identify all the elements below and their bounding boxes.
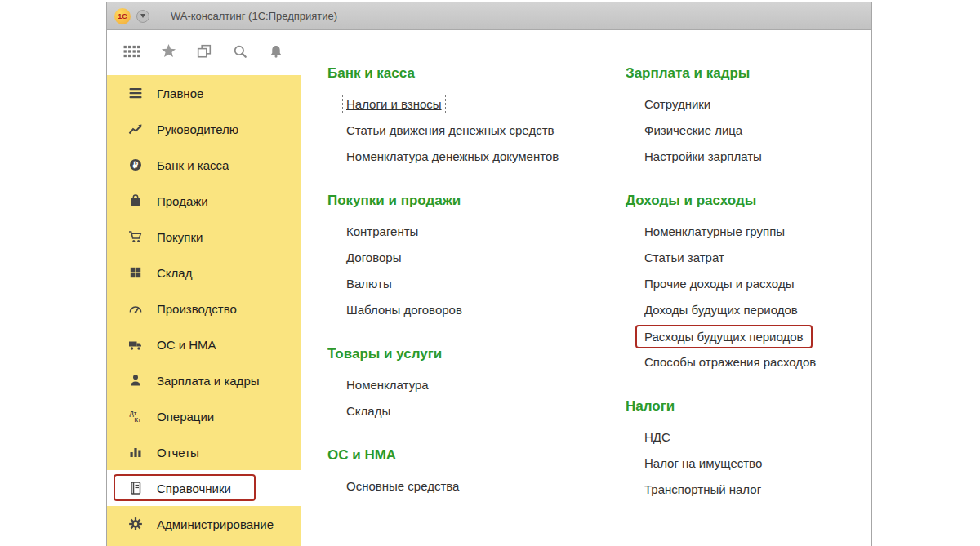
logo-text: 1С bbox=[118, 12, 127, 20]
service-menu-button[interactable] bbox=[120, 41, 145, 65]
section-nalogi: Налоги НДС Налог на имущество Транспортн… bbox=[626, 397, 871, 497]
quick-access-toolbar bbox=[107, 30, 301, 75]
function-link[interactable]: Доходы будущих периодов bbox=[644, 302, 798, 317]
sidebar: Главное Руководителю ₽ Банк и касса Прод… bbox=[107, 75, 301, 546]
copy-icon bbox=[197, 44, 212, 62]
app-body: Главное Руководителю ₽ Банк и касса Прод… bbox=[107, 30, 871, 546]
sidebar-item-pokupki[interactable]: Покупки bbox=[107, 219, 301, 255]
person-icon bbox=[128, 373, 143, 388]
sidebar-item-administrirovanie[interactable]: Администрирование bbox=[107, 506, 301, 542]
titlebar[interactable]: 1С WA-консалтинг (1С:Предприятие) bbox=[107, 2, 871, 30]
sidebar-item-zarplata-i-kadry[interactable]: Зарплата и кадры bbox=[107, 362, 301, 398]
section-title: Зарплата и кадры bbox=[626, 64, 871, 82]
sidebar-item-label: Администрирование bbox=[157, 517, 274, 531]
warehouse-icon bbox=[128, 265, 143, 280]
sidebar-item-bank-i-kassa[interactable]: ₽ Банк и касса bbox=[107, 147, 301, 183]
function-panel: Банк и касса Налоги и взносы Статьи движ… bbox=[301, 30, 871, 546]
function-panel-column-2: Зарплата и кадры Сотрудники Физические л… bbox=[626, 64, 871, 525]
function-link[interactable]: Налог на имущество bbox=[644, 455, 762, 471]
menu-icon bbox=[128, 86, 143, 100]
sidebar-item-spravochniki[interactable]: Справочники bbox=[107, 470, 301, 506]
function-link[interactable]: Номенклатурные группы bbox=[644, 224, 785, 239]
sidebar-item-label: ОС и НМА bbox=[157, 338, 216, 352]
gear-icon bbox=[128, 517, 143, 531]
truck-icon bbox=[128, 337, 143, 352]
section-title: Налоги bbox=[626, 397, 871, 415]
bell-icon bbox=[269, 44, 283, 62]
book-icon bbox=[128, 481, 143, 495]
function-link[interactable]: Статьи затрат bbox=[644, 250, 724, 265]
sidebar-item-glavnoe[interactable]: Главное bbox=[107, 75, 301, 111]
link-rashody-budushchih-periodov[interactable]: Расходы будущих периодов bbox=[635, 325, 813, 348]
chart-icon bbox=[128, 122, 143, 136]
function-link[interactable]: Контрагенты bbox=[346, 224, 418, 239]
svg-text:₽: ₽ bbox=[133, 161, 139, 170]
history-button[interactable] bbox=[192, 41, 216, 65]
chevron-down-icon bbox=[140, 14, 145, 18]
section-title: Банк и касса bbox=[327, 64, 626, 82]
svg-text:Кт: Кт bbox=[135, 416, 142, 424]
gauge-icon bbox=[128, 301, 143, 316]
function-link[interactable]: Транспортный налог bbox=[644, 482, 761, 497]
function-link[interactable]: Договоры bbox=[346, 250, 401, 265]
sidebar-item-prodazhi[interactable]: Продажи bbox=[107, 183, 301, 219]
function-link[interactable]: Настройки зарплаты bbox=[644, 149, 762, 164]
sidebar-item-label: Банк и касса bbox=[157, 158, 229, 172]
favorites-button[interactable] bbox=[156, 41, 180, 65]
sidebar-item-label: Склад bbox=[157, 266, 192, 280]
sidebar-item-label: Покупки bbox=[157, 230, 203, 244]
section-zarplata-i-kadry: Зарплата и кадры Сотрудники Физические л… bbox=[626, 64, 871, 164]
function-link[interactable]: Шаблоны договоров bbox=[346, 302, 462, 317]
function-link[interactable]: НДС bbox=[644, 429, 670, 445]
sidebar-item-label: Главное bbox=[157, 87, 203, 100]
sidebar-item-label: Отчеты bbox=[157, 446, 199, 459]
link-nalogi-i-vznosy[interactable]: Налоги и взносы bbox=[342, 95, 446, 113]
function-link[interactable]: Основные средства bbox=[346, 478, 459, 494]
search-icon bbox=[233, 44, 247, 62]
section-tovary-i-uslugi: Товары и услуги Номенклатура Склады bbox=[327, 345, 626, 419]
window-title: WA-консалтинг (1С:Предприятие) bbox=[171, 10, 337, 22]
function-link[interactable]: Номенклатура bbox=[346, 377, 429, 393]
function-link[interactable]: Способы отражения расходов bbox=[644, 354, 816, 370]
section-pokupki-i-prodazhi: Покупки и продажи Контрагенты Договоры В… bbox=[327, 192, 626, 317]
sidebar-item-label: Продажи bbox=[157, 194, 208, 208]
apps-grid-icon bbox=[123, 44, 141, 62]
cart-icon bbox=[128, 229, 143, 244]
function-link[interactable]: Физические лица bbox=[644, 122, 742, 138]
function-link[interactable]: Прочие доходы и расходы bbox=[644, 276, 794, 291]
function-link[interactable]: Валюты bbox=[346, 276, 392, 291]
section-os-i-nma: ОС и НМА Основные средства bbox=[327, 446, 626, 494]
sidebar-item-label: Производство bbox=[157, 302, 237, 316]
sidebar-item-os-i-nma[interactable]: ОС и НМА bbox=[107, 326, 301, 362]
section-title: Покупки и продажи bbox=[327, 192, 626, 209]
barchart-icon bbox=[128, 445, 143, 459]
sidebar-item-label: Операции bbox=[157, 410, 214, 424]
system-menu-button[interactable] bbox=[136, 10, 149, 23]
section-title: Доходы и расходы bbox=[626, 192, 871, 209]
function-link[interactable]: Сотрудники bbox=[644, 96, 710, 112]
sidebar-item-operacii[interactable]: ДтКт Операции bbox=[107, 398, 301, 434]
dtkt-icon: ДтКт bbox=[128, 409, 143, 424]
sidebar-item-label: Зарплата и кадры bbox=[157, 374, 260, 388]
sidebar-item-label: Справочники bbox=[157, 482, 231, 495]
function-link[interactable]: Статьи движения денежных средств bbox=[346, 122, 554, 138]
left-column: Главное Руководителю ₽ Банк и касса Прод… bbox=[107, 30, 301, 546]
section-bank-i-kassa: Банк и касса Налоги и взносы Статьи движ… bbox=[327, 64, 626, 164]
search-button[interactable] bbox=[228, 41, 252, 65]
sidebar-item-proizvodstvo[interactable]: Производство bbox=[107, 291, 301, 326]
1c-logo-icon: 1С bbox=[114, 8, 131, 24]
function-link[interactable]: Номенклатура денежных документов bbox=[346, 149, 559, 164]
ruble-icon: ₽ bbox=[128, 158, 143, 172]
notifications-button[interactable] bbox=[264, 41, 288, 65]
star-icon bbox=[161, 43, 176, 62]
sidebar-item-otchety[interactable]: Отчеты bbox=[107, 434, 301, 470]
app-window: 1С WA-консалтинг (1С:Предприятие) bbox=[106, 2, 872, 546]
bag-icon bbox=[128, 193, 143, 208]
section-dohody-i-rashody: Доходы и расходы Номенклатурные группы С… bbox=[626, 192, 871, 370]
sidebar-item-label: Руководителю bbox=[157, 122, 238, 136]
section-title: Товары и услуги bbox=[327, 345, 626, 362]
function-link[interactable]: Склады bbox=[346, 403, 390, 419]
sidebar-item-rukovoditelyu[interactable]: Руководителю bbox=[107, 111, 301, 147]
section-title: ОС и НМА bbox=[327, 446, 626, 464]
sidebar-item-sklad[interactable]: Склад bbox=[107, 255, 301, 291]
